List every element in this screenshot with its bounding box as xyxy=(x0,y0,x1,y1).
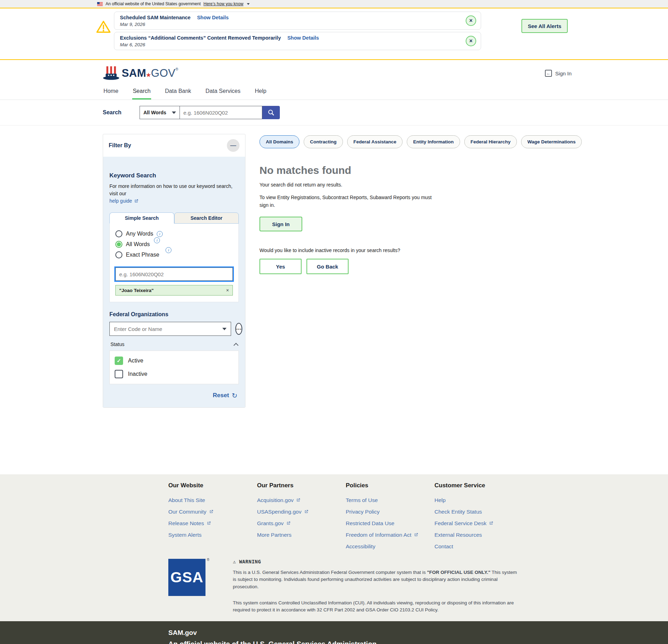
federal-orgs-heading: Federal Organizations xyxy=(109,311,239,318)
alert-title: Exclusions “Additional Comments” Content… xyxy=(120,35,281,41)
domain-tab-entity-information[interactable]: Entity Information xyxy=(407,135,460,148)
external-link-icon xyxy=(304,509,309,514)
more-options-icon[interactable]: ⋯ xyxy=(235,323,242,335)
footer-link[interactable]: Our Community xyxy=(168,508,257,515)
all-words-radio[interactable] xyxy=(115,241,122,248)
search-mode-select[interactable]: All Words xyxy=(140,106,180,119)
footer-col-title: Policies xyxy=(346,482,434,489)
domain-tab-federal-assistance[interactable]: Federal Assistance xyxy=(347,135,403,148)
nav-item-help[interactable]: Help xyxy=(254,84,267,100)
inactive-records-question: Would you like to include inactive recor… xyxy=(259,248,654,253)
see-all-alerts-button[interactable]: See All Alerts xyxy=(521,19,568,33)
footer-link[interactable]: Privacy Policy xyxy=(346,508,434,515)
domain-tab-contracting[interactable]: Contracting xyxy=(304,135,343,148)
status-option-active: ✓ Active xyxy=(115,357,234,365)
domain-tabs: All Domains Contracting Federal Assistan… xyxy=(259,135,654,148)
reset-filters[interactable]: Reset ↻ xyxy=(109,392,239,399)
no-matches-heading: No matches found xyxy=(259,164,654,176)
uncle-sam-hat-icon xyxy=(103,66,120,81)
footer-link[interactable]: Contact xyxy=(434,543,523,550)
alerts-section: Scheduled SAM Maintenance Show Details M… xyxy=(0,8,668,60)
external-link-icon xyxy=(414,533,418,537)
info-icon[interactable]: i xyxy=(157,231,163,237)
yes-button[interactable]: Yes xyxy=(259,259,302,274)
how-you-know-link[interactable]: Here’s how you know xyxy=(203,1,243,6)
active-checkbox[interactable]: ✓ xyxy=(115,357,123,365)
footer-link[interactable]: Help xyxy=(434,497,523,503)
exact-phrase-radio[interactable] xyxy=(115,251,122,258)
chip-remove-icon[interactable]: × xyxy=(226,287,229,293)
footer-link[interactable]: Accessibility xyxy=(346,543,434,550)
warning-icon: ⚠ xyxy=(233,559,236,564)
keyword-info-text: For more information on how to use our k… xyxy=(109,183,239,205)
alert-date: Mar 6, 2026 xyxy=(120,42,460,47)
footer-link[interactable]: External Resources xyxy=(434,531,523,538)
filter-title: Filter By xyxy=(109,142,131,149)
federal-orgs-row: Enter Code or Name ⋯ xyxy=(109,322,239,336)
footer-link[interactable]: Check Entity Status xyxy=(434,508,523,515)
status-section-toggle[interactable]: Status xyxy=(109,341,239,347)
info-icon[interactable]: i xyxy=(166,247,171,253)
gsa-logo: GSA ® xyxy=(168,559,205,596)
filter-header: Filter By — xyxy=(103,134,245,157)
help-guide-link[interactable]: help guide xyxy=(109,197,139,205)
info-icon[interactable]: i xyxy=(154,237,160,243)
footer-link[interactable]: Restricted Data Use xyxy=(346,520,434,527)
tab-search-editor[interactable]: Search Editor xyxy=(174,212,239,224)
footer-site-name: SAM.gov xyxy=(168,629,668,637)
collapse-filters-button[interactable]: — xyxy=(227,139,239,152)
footer-link[interactable]: Release Notes xyxy=(168,520,257,527)
inactive-checkbox[interactable] xyxy=(115,370,123,378)
radio-row-any-words: Any Words i xyxy=(115,230,233,237)
filter-body: Keyword Search For more information on h… xyxy=(103,157,245,407)
warning-triangle-icon xyxy=(96,20,111,33)
federal-orgs-select[interactable]: Enter Code or Name xyxy=(109,322,231,336)
external-link-icon xyxy=(134,199,139,203)
sam-gov-logo[interactable]: SAM★GOV® xyxy=(103,66,178,81)
simple-search-panel: Any Words i All Words i Exact Phrase i "… xyxy=(109,223,239,302)
domain-tab-all-domains[interactable]: All Domains xyxy=(259,135,299,148)
footer-link[interactable]: Grants.gov xyxy=(257,520,346,527)
footer-link[interactable]: USASpending.gov xyxy=(257,508,346,515)
go-back-button[interactable]: Go Back xyxy=(306,259,349,274)
keyword-search-heading: Keyword Search xyxy=(109,172,239,179)
reset-label: Reset xyxy=(213,392,229,399)
external-link-icon xyxy=(296,498,301,502)
footer-link[interactable]: More Partners xyxy=(257,531,346,538)
gov-banner: An official website of the United States… xyxy=(0,0,668,8)
search-icon xyxy=(268,109,275,116)
footer-link[interactable]: System Alerts xyxy=(168,531,257,538)
sign-in-button[interactable]: Sign In xyxy=(259,217,302,231)
footer-link[interactable]: About This Site xyxy=(168,497,257,503)
nav-item-search[interactable]: Search xyxy=(132,84,151,100)
domain-tab-wage-determinations[interactable]: Wage Determinations xyxy=(521,135,582,148)
banner-text: An official website of the United States… xyxy=(106,1,201,6)
close-icon[interactable]: × xyxy=(466,15,476,26)
nav-item-data-bank[interactable]: Data Bank xyxy=(164,84,192,100)
close-icon[interactable]: × xyxy=(466,36,476,46)
no-results-message: Your search did not return any results. xyxy=(259,182,654,188)
search-input[interactable] xyxy=(180,106,262,119)
tab-simple-search[interactable]: Simple Search xyxy=(109,212,174,224)
footer-col-title: Our Partners xyxy=(257,482,346,489)
nav-item-data-services[interactable]: Data Services xyxy=(205,84,241,100)
external-link-icon xyxy=(489,521,493,526)
show-details-link[interactable]: Show Details xyxy=(287,35,319,41)
radio-label: All Words xyxy=(126,241,150,248)
warning-title: ⚠ WARNING xyxy=(233,559,520,564)
show-details-link[interactable]: Show Details xyxy=(197,15,229,20)
nav-item-home[interactable]: Home xyxy=(103,84,119,100)
search-button[interactable] xyxy=(262,106,280,119)
footer-col-our-website: Our Website About This Site Our Communit… xyxy=(168,482,257,555)
footer-links: Our Website About This Site Our Communit… xyxy=(0,474,668,555)
footer-link[interactable]: Terms of Use xyxy=(346,497,434,503)
keyword-input[interactable] xyxy=(115,267,233,281)
footer-link[interactable]: Freedom of Information Act xyxy=(346,531,434,538)
header-sign-in[interactable]: ← Sign In xyxy=(545,70,572,77)
main-nav: Home Search Data Bank Data Services Help xyxy=(0,84,668,100)
footer-link[interactable]: Acquisition.gov xyxy=(257,497,346,503)
domain-tab-federal-hierarchy[interactable]: Federal Hierarchy xyxy=(464,135,517,148)
any-words-radio[interactable] xyxy=(115,230,122,237)
footer-link[interactable]: Federal Service Desk xyxy=(434,520,523,527)
checkbox-label: Active xyxy=(128,358,143,364)
